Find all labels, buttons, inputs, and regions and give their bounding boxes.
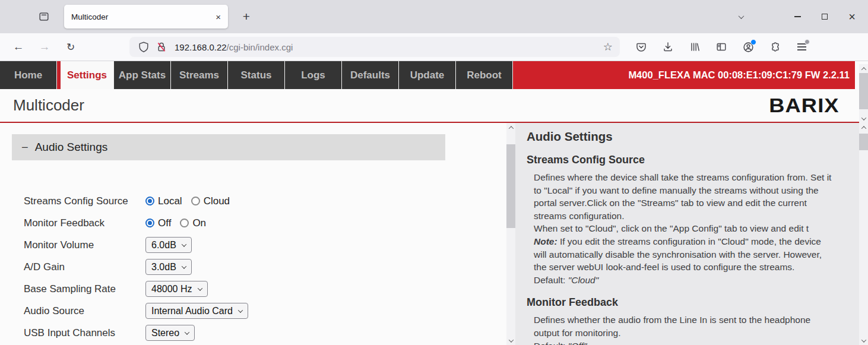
field-label: Monitor Feedback (24, 217, 145, 229)
sidebar-button[interactable] (714, 40, 728, 54)
scrollbar-track[interactable] (859, 132, 868, 336)
lock-insecure-icon[interactable] (156, 41, 167, 53)
nav-tab-streams[interactable]: Streams (171, 61, 228, 89)
sidebar-icon (715, 41, 727, 53)
radio-option-local[interactable]: Local (145, 195, 182, 207)
browser-toolbar: ← → ↻ 192.168.0.22/cgi-bin/index.cgi ☆ (0, 33, 868, 61)
radio-unselected-icon[interactable] (180, 219, 189, 227)
top-frame-scrollbar[interactable] (859, 64, 868, 123)
scroll-up-arrow[interactable] (859, 64, 868, 73)
scroll-down-arrow[interactable] (859, 114, 868, 123)
help-body-text: Defines whether the audio from the Line … (534, 314, 851, 339)
default-label: Default: (534, 275, 568, 285)
chevron-down-icon (738, 13, 744, 19)
shield-icon[interactable] (138, 41, 150, 53)
scrollbar-track[interactable] (506, 132, 515, 336)
tab-close-icon[interactable]: × (216, 12, 221, 22)
form-row-usb-input-channels: USB Input Channels Stereo (24, 322, 515, 344)
radio-selected-icon[interactable] (145, 197, 154, 205)
nav-tab-home[interactable]: Home (0, 61, 57, 89)
scroll-down-arrow[interactable] (506, 336, 515, 345)
scroll-down-arrow[interactable] (859, 336, 868, 345)
base-sampling-rate-select[interactable]: 48000 Hz (145, 281, 208, 297)
browser-tab-strip: Multicoder × + × (0, 0, 868, 33)
scroll-up-arrow[interactable] (859, 123, 868, 132)
help-scrollbar-column (859, 123, 868, 345)
nav-tab-reboot[interactable]: Reboot (456, 61, 513, 89)
content-area: − Audio Settings Streams Config Source L… (0, 123, 868, 345)
nav-tab-update[interactable]: Update (399, 61, 456, 89)
help-default-line: Default: "Off" (534, 340, 851, 345)
list-all-tabs-button[interactable] (731, 15, 750, 19)
help-heading-monitor-feedback: Monitor Feedback (527, 296, 851, 309)
url-bar[interactable]: 192.168.0.22/cgi-bin/index.cgi ☆ (129, 37, 620, 57)
device-info-banner: M400_FLEXA MAC 00:08:E1:09:C1:79 FW 2.2.… (513, 61, 855, 89)
monitor-volume-select[interactable]: 6.0dB (145, 237, 192, 253)
radio-label: On (192, 217, 206, 229)
nav-tab-settings[interactable]: Settings (57, 61, 114, 89)
browser-tab[interactable]: Multicoder × (64, 5, 228, 29)
minimize-button[interactable] (784, 5, 811, 29)
minimize-icon (794, 16, 801, 17)
maximize-icon (822, 14, 828, 20)
scrollbar-thumb[interactable] (859, 134, 868, 150)
nav-tab-defaults[interactable]: Defaults (342, 61, 399, 89)
help-panel: Audio Settings Streams Config Source Def… (515, 123, 859, 345)
radio-option-cloud[interactable]: Cloud (191, 195, 230, 207)
select-value: 6.0dB (151, 240, 176, 251)
radio-option-off[interactable]: Off (145, 217, 171, 229)
hamburger-menu-icon (797, 43, 806, 50)
nav-tab-status[interactable]: Status (228, 61, 285, 89)
settings-frame: − Audio Settings Streams Config Source L… (0, 123, 515, 345)
device-nav-bar: Home Settings App Stats Streams Status L… (0, 61, 868, 89)
form-row-audio-source: Audio Source Internal Audio Card (24, 300, 515, 322)
nav-tab-app-stats[interactable]: App Stats (114, 61, 171, 89)
form-row-monitor-feedback: Monitor Feedback Off On (24, 212, 515, 234)
scroll-up-arrow[interactable] (506, 123, 515, 132)
back-button[interactable]: ← (9, 38, 27, 56)
nav-tab-logs[interactable]: Logs (285, 61, 342, 89)
firefox-view-button[interactable] (34, 7, 53, 26)
settings-frame-scrollbar[interactable] (506, 123, 515, 345)
audio-settings-form: Streams Config Source Local Cloud Monito (24, 190, 515, 344)
usb-input-channels-select[interactable]: Stereo (145, 325, 195, 341)
select-value: 48000 Hz (151, 284, 192, 295)
scrollbar-track[interactable] (859, 73, 868, 114)
radio-unselected-icon[interactable] (191, 197, 200, 205)
radio-selected-icon[interactable] (145, 219, 154, 227)
help-panel-title: Audio Settings (527, 129, 851, 144)
window-close-button[interactable]: × (838, 5, 866, 29)
chevron-down-icon (185, 330, 189, 334)
radio-option-on[interactable]: On (180, 217, 206, 229)
select-value: Stereo (151, 328, 179, 338)
extensions-button[interactable] (768, 40, 782, 54)
ad-gain-select[interactable]: 3.0dB (145, 259, 192, 275)
pocket-button[interactable] (634, 40, 648, 54)
scrollbar-thumb[interactable] (506, 144, 515, 228)
forward-button[interactable]: → (36, 38, 53, 56)
screen: Multicoder × + × ← → ↻ 192.168.0.22/cgi-… (0, 0, 868, 345)
scrollbar-thumb[interactable] (859, 73, 868, 109)
form-row-monitor-volume: Monitor Volume 6.0dB (24, 234, 515, 256)
chevron-down-icon (197, 286, 202, 290)
menu-button[interactable] (794, 40, 809, 54)
field-label: USB Input Channels (24, 327, 145, 339)
bookmark-star-icon[interactable]: ☆ (603, 40, 613, 53)
collapse-minus-icon[interactable]: − (21, 141, 28, 153)
library-button[interactable] (688, 40, 702, 54)
downloads-button[interactable] (661, 40, 675, 54)
field-label: Audio Source (24, 305, 145, 317)
audio-settings-section-header[interactable]: − Audio Settings (12, 134, 445, 160)
pocket-icon (635, 41, 647, 53)
device-top-frame: Home Settings App Stats Streams Status L… (0, 61, 868, 123)
url-path: /cgi-bin/index.cgi (227, 42, 293, 52)
help-panel-scrollbar[interactable] (859, 123, 868, 345)
field-label: Streams Config Source (24, 195, 145, 207)
account-button[interactable] (741, 40, 755, 54)
audio-source-select[interactable]: Internal Audio Card (145, 303, 248, 319)
reload-button[interactable]: ↻ (62, 38, 80, 56)
page-title-band: Multicoder BARIX (0, 89, 868, 123)
maximize-button[interactable] (811, 5, 838, 29)
new-tab-button[interactable]: + (237, 10, 255, 24)
barix-logo: BARIX (769, 94, 840, 117)
